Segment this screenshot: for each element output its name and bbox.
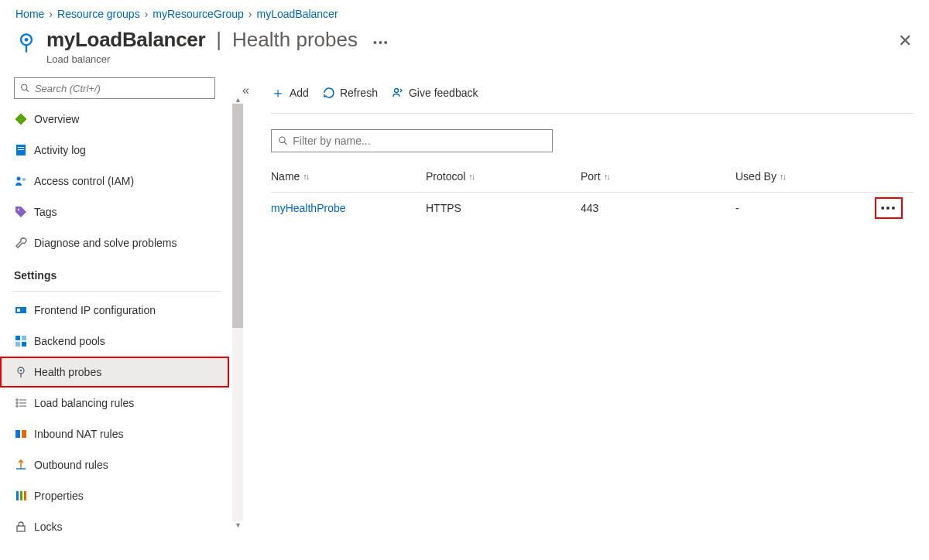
nat-icon [14,427,28,441]
breadcrumb: Home › Resource groups › myResourceGroup… [0,0,929,25]
add-button[interactable]: ＋ Add [271,84,309,102]
chevron-right-icon: › [49,8,53,20]
filter-input-wrap[interactable] [271,129,553,152]
sidebar-item-label: Overview [34,113,79,125]
page-header: myLoadBalancer | Health probes ••• Load … [0,25,929,73]
properties-icon [14,489,28,503]
sidebar-item-label: Inbound NAT rules [34,428,123,440]
plus-icon: ＋ [271,84,285,102]
svg-rect-17 [15,342,20,347]
svg-rect-33 [20,491,22,500]
svg-rect-34 [24,491,26,500]
breadcrumb-loadbalancer[interactable]: myLoadBalancer [257,8,338,20]
svg-point-3 [22,84,27,90]
sidebar-item-overview[interactable]: Overview [0,104,229,135]
wrench-icon [14,236,28,250]
col-name[interactable]: Name↑↓ [271,170,426,183]
sidebar-item-diagnose[interactable]: Diagnose and solve problems [0,227,229,258]
sidebar-item-label: Backend pools [34,335,105,347]
svg-line-38 [284,142,286,145]
frontend-ip-icon [14,303,28,317]
sidebar-item-locks[interactable]: Locks [0,511,229,542]
col-used-by[interactable]: Used By↑↓ [735,170,875,183]
sidebar-item-label: Frontend IP configuration [34,304,156,316]
svg-rect-15 [15,336,20,340]
svg-point-37 [279,137,285,142]
svg-rect-14 [17,309,20,312]
sidebar-item-label: Outbound rules [34,459,108,471]
svg-rect-8 [18,149,24,150]
chevron-right-icon: › [145,8,149,20]
sidebar-scrollbar[interactable]: ▲ ▼ [232,104,243,521]
refresh-icon [323,87,335,99]
svg-rect-29 [22,430,26,438]
sort-icon: ↑↓ [303,172,308,181]
row-context-menu-button[interactable]: ••• [875,197,903,219]
breadcrumb-resource-group[interactable]: myResourceGroup [153,8,244,20]
sidebar-item-outbound-rules[interactable]: Outbound rules [0,449,229,480]
toolbar: ＋ Add Refresh Give feedback [271,80,914,114]
lock-icon [14,520,28,534]
feedback-label: Give feedback [409,87,478,99]
search-icon [20,83,30,94]
col-port[interactable]: Port↑↓ [581,170,735,183]
refresh-label: Refresh [340,87,378,99]
sidebar: « ▲ ▼ Overview Activity log Access contr… [0,73,229,555]
probe-name-link[interactable]: myHealthProbe [271,202,346,214]
lb-rules-icon [14,396,28,410]
svg-point-22 [16,399,18,401]
feedback-button[interactable]: Give feedback [392,87,478,99]
table-row[interactable]: myHealthProbe HTTPS 443 - ••• [271,193,914,224]
sidebar-item-label: Tags [34,206,57,218]
sort-icon: ↑↓ [604,172,609,181]
backend-pools-icon [14,334,28,348]
sidebar-search-input[interactable] [35,83,209,94]
svg-line-4 [26,90,29,92]
sidebar-search[interactable] [14,77,215,99]
sidebar-item-label: Access control (IAM) [34,175,134,187]
tag-icon [14,205,28,219]
iam-icon [14,174,28,188]
sidebar-item-label: Health probes [34,366,101,378]
sidebar-item-lb-rules[interactable]: Load balancing rules [0,388,229,418]
chevron-right-icon: › [249,8,252,20]
cell-used-by: - [735,202,875,214]
sidebar-item-activity-log[interactable]: Activity log [0,135,229,166]
breadcrumb-home[interactable]: Home [15,8,44,20]
sidebar-section-settings: Settings [0,258,229,288]
collapse-sidebar-button[interactable]: « [242,84,249,97]
title-more-button[interactable]: ••• [373,36,389,49]
sidebar-item-properties[interactable]: Properties [0,480,229,511]
scrollbar-thumb[interactable] [232,104,243,328]
sidebar-item-frontend-ip[interactable]: Frontend IP configuration [0,295,229,326]
refresh-button[interactable]: Refresh [323,87,378,99]
sidebar-item-label: Locks [34,521,63,533]
sidebar-item-inbound-nat[interactable]: Inbound NAT rules [0,418,229,449]
close-icon[interactable]: ✕ [898,31,912,51]
svg-point-24 [16,402,18,404]
svg-rect-35 [17,526,25,531]
breadcrumb-resource-groups[interactable]: Resource groups [57,8,140,20]
resource-type-label: Load balancer [46,53,389,65]
sidebar-item-backend-pools[interactable]: Backend pools [0,326,229,357]
sidebar-item-iam[interactable]: Access control (IAM) [0,166,229,196]
col-protocol[interactable]: Protocol↑↓ [426,170,581,183]
svg-rect-7 [18,147,24,148]
feedback-icon [392,87,404,99]
sidebar-item-tags[interactable]: Tags [0,196,229,227]
filter-input[interactable] [293,135,546,147]
sort-icon: ↑↓ [780,172,785,181]
sidebar-item-label: Activity log [34,144,86,156]
page-title-resource: myLoadBalancer [46,28,205,52]
cell-port: 443 [581,202,735,214]
ellipsis-icon: ••• [881,202,897,214]
diamond-icon [14,112,28,126]
probes-table: Name↑↓ Protocol↑↓ Port↑↓ Used By↑↓ myHea… [271,160,914,224]
svg-point-26 [16,405,18,407]
loadbalancer-icon [15,32,37,54]
sidebar-item-health-probes[interactable]: Health probes [0,357,229,388]
svg-rect-28 [15,430,20,438]
sidebar-item-label: Properties [34,490,84,502]
svg-point-36 [394,89,398,93]
search-icon [278,135,288,146]
